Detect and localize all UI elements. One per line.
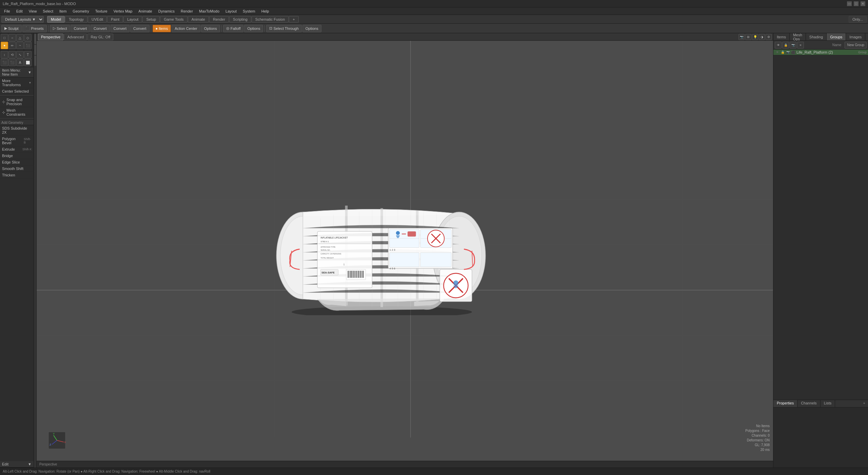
item-menu-dropdown[interactable]: Item Menu: New Item ▼	[0, 67, 34, 78]
extrude-item[interactable]: Extrude Shift-X	[0, 146, 34, 153]
bridge-item[interactable]: Bridge	[0, 153, 34, 159]
tool-extra5[interactable]: ⬜	[24, 59, 32, 66]
tab-layout[interactable]: Layout	[123, 16, 142, 23]
tool-extra4[interactable]: A	[16, 59, 24, 66]
tab-scripting[interactable]: Scripting	[229, 16, 251, 23]
tab-topology[interactable]: Topology	[65, 16, 87, 23]
sculpt-button[interactable]: ▶ Sculpt	[1, 25, 22, 32]
rp-btn-render[interactable]: 📷	[790, 42, 796, 49]
sds-subdivide-item[interactable]: SDS Subdivide 2X	[0, 125, 34, 136]
menu-animate[interactable]: Animate	[136, 8, 155, 14]
tab-animate[interactable]: Animate	[188, 16, 209, 23]
vp-tab-perspective[interactable]: Perspective	[38, 34, 63, 40]
minimize-button[interactable]: —	[847, 1, 852, 6]
tab-model[interactable]: Model	[47, 16, 65, 23]
btab-channels[interactable]: Channels	[797, 400, 820, 407]
tab-setup[interactable]: Setup	[142, 16, 160, 23]
options-button-2[interactable]: Options	[244, 25, 263, 32]
scene-item-raft[interactable]: 👁 🔒 📷 ⬛ Life_Raft_Platform (2) Group	[773, 50, 868, 55]
close-button[interactable]: ✕	[861, 1, 865, 6]
btab-lists[interactable]: Lists	[821, 400, 835, 407]
menu-help[interactable]: Help	[259, 8, 272, 14]
tool-scale[interactable]: ⤡	[16, 51, 24, 58]
mesh-constraints-item[interactable]: ⊹ Mesh Constraints	[0, 107, 34, 118]
tool-extra3[interactable]: ⬛	[8, 59, 16, 66]
tool-pen[interactable]: ✏	[8, 42, 16, 49]
rpanel-tab-items[interactable]: Items	[773, 33, 790, 40]
falloff-button[interactable]: ◎ Falloff	[223, 25, 244, 32]
action-center-button[interactable]: Action Center	[172, 25, 200, 32]
menu-edit[interactable]: Edit	[14, 8, 25, 14]
tab-uvedit[interactable]: UVEdit	[88, 16, 107, 23]
rp-btn-lock[interactable]: 🔒	[782, 42, 789, 49]
menu-system[interactable]: System	[240, 8, 258, 14]
tool-transform[interactable]: T	[24, 51, 32, 58]
tab-render[interactable]: Render	[209, 16, 229, 23]
vp-tab-raygl[interactable]: Ray GL: Off	[87, 34, 113, 40]
menu-select[interactable]: Select	[40, 8, 56, 14]
convert-button-2[interactable]: Convert	[91, 25, 110, 32]
tool-rectangle[interactable]: □	[1, 34, 8, 41]
rpanel-add-tab[interactable]: +	[865, 33, 868, 40]
presets-button[interactable]: ⬛ Presets	[22, 25, 47, 32]
rpanel-tab-shading[interactable]: Shading	[806, 33, 827, 40]
strip-btn-2[interactable]	[34, 45, 36, 55]
vp-tab-advanced[interactable]: Advanced	[64, 34, 87, 40]
polygon-bevel-item[interactable]: Polygon Bevel Shift-B	[0, 136, 34, 146]
maximize-button[interactable]: □	[854, 1, 859, 6]
rpanel-tab-groups[interactable]: Groups	[827, 33, 846, 40]
menu-vertex-map[interactable]: Vertex Map	[111, 8, 135, 14]
tab-schematic-fusion[interactable]: Schematic Fusion	[252, 16, 289, 23]
vp-icon-settings[interactable]: ⚙	[766, 34, 772, 40]
rpanel-tab-meshops[interactable]: Mesh Ops	[790, 33, 806, 40]
options-button-3[interactable]: Options	[302, 25, 321, 32]
edge-slice-item[interactable]: Edge Slice	[0, 159, 34, 166]
strip-btn-3[interactable]	[34, 56, 36, 66]
snap-precision-item[interactable]: ⊹ Snap and Precision	[0, 97, 34, 107]
tool-circle[interactable]: ○	[8, 34, 16, 41]
menu-texture[interactable]: Texture	[93, 8, 110, 14]
tool-select-active[interactable]: ✦	[1, 42, 8, 49]
convert-button-4[interactable]: Convert	[130, 25, 150, 32]
items-button[interactable]: ● Items	[153, 25, 171, 32]
convert-button-3[interactable]: Convert	[111, 25, 130, 32]
btab-properties[interactable]: Properties	[773, 400, 797, 407]
new-group-btn[interactable]: New Group	[845, 42, 867, 49]
menu-layout[interactable]: Layout	[223, 8, 239, 14]
center-selected-item[interactable]: Center Selected	[0, 88, 34, 95]
strip-btn-1[interactable]	[34, 34, 36, 44]
add-tab-button[interactable]: +	[289, 16, 298, 23]
tool-move[interactable]: ↕	[1, 51, 8, 58]
tool-extra2[interactable]: ⬛	[1, 59, 8, 66]
more-transforms-item[interactable]: More Transforms ▼	[0, 78, 34, 88]
vp-icon-grid[interactable]: ⊞	[745, 34, 751, 40]
tool-triangle[interactable]: △	[16, 34, 24, 41]
menu-file[interactable]: File	[1, 8, 13, 14]
menu-render[interactable]: Render	[178, 8, 196, 14]
tab-game-tools[interactable]: Game Tools	[160, 16, 188, 23]
select-button[interactable]: ▷ Select	[50, 25, 70, 32]
options-button-1[interactable]: Options	[201, 25, 220, 32]
rp-btn-eye[interactable]: 👁	[775, 42, 782, 49]
layout-dropdown[interactable]: Default Layouts ▼	[1, 16, 44, 23]
btab-add[interactable]: +	[861, 400, 868, 407]
menu-geometry[interactable]: Geometry	[70, 8, 92, 14]
tool-diamond[interactable]: ◇	[24, 34, 32, 41]
vp-icon-camera[interactable]: 📷	[738, 34, 745, 40]
rpanel-tab-images[interactable]: Images	[846, 33, 865, 40]
rp-btn-filter[interactable]: ≡	[797, 42, 804, 49]
select-through-button[interactable]: ⊡ Select Through	[266, 25, 301, 32]
vp-icon-light[interactable]: 💡	[752, 34, 758, 40]
tool-rotate[interactable]: ⟲	[8, 51, 16, 58]
menu-maxtomode[interactable]: MaxToModo	[196, 8, 222, 14]
menu-dynamics[interactable]: Dynamics	[156, 8, 177, 14]
convert-button-1[interactable]: Convert	[71, 25, 90, 32]
thicken-item[interactable]: Thicken	[0, 172, 34, 178]
edit-dropdown[interactable]: Edit ▼	[0, 461, 34, 468]
menu-view[interactable]: View	[26, 8, 40, 14]
menu-item[interactable]: Item	[57, 8, 69, 14]
tool-extra1[interactable]: ⬛	[24, 42, 32, 49]
tab-paint[interactable]: Paint	[107, 16, 123, 23]
3d-viewport[interactable]: INFLATABLE LIFEJACKET STBD 6 1 APPROVED …	[37, 41, 773, 461]
smooth-shift-item[interactable]: Smooth Shift	[0, 166, 34, 172]
